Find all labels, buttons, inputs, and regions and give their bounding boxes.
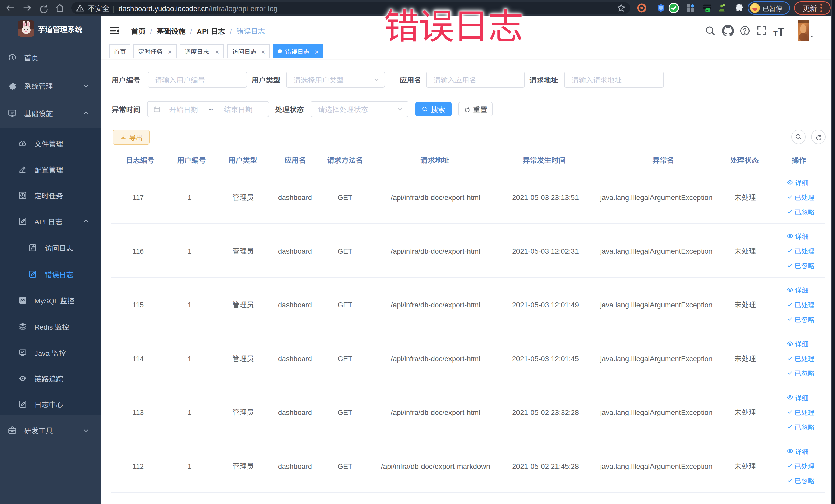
svg-text:on: on [707,8,710,12]
